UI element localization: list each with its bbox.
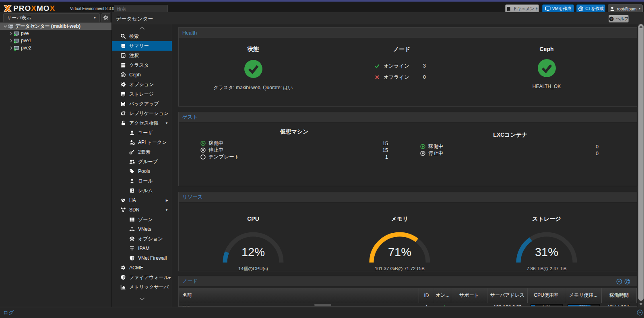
menu-item-acme[interactable]: ACME bbox=[112, 263, 172, 273]
menu-item-label: グループ bbox=[138, 158, 158, 165]
menu-item-label: メトリックサーバ bbox=[129, 284, 169, 291]
menu-item-label: Pools bbox=[138, 168, 150, 174]
tree-settings-button[interactable] bbox=[101, 13, 110, 22]
nodes-panel-tools bbox=[616, 279, 630, 285]
menu-item-options[interactable]: オプション bbox=[112, 80, 172, 89]
menu-item-replication[interactable]: レプリケーション bbox=[112, 109, 172, 118]
shield-icon bbox=[129, 255, 135, 261]
menu-item-label: ACME bbox=[129, 265, 143, 271]
question-mark-icon: ? bbox=[609, 16, 614, 22]
column-header-3[interactable]: サポート bbox=[451, 288, 487, 303]
gear-icon bbox=[103, 15, 109, 21]
menu-item-roles[interactable]: ロール bbox=[112, 176, 172, 186]
tree-item-node-pve[interactable]: pve bbox=[0, 30, 111, 37]
menu-item-sdn-options[interactable]: オプション bbox=[112, 234, 172, 244]
menu-scroll-up-icon[interactable] bbox=[112, 25, 172, 31]
vertical-scrollbar[interactable] bbox=[638, 24, 644, 307]
log-panel: ログ bbox=[0, 307, 644, 318]
view-selector-dropdown[interactable]: サーバ表示▼ bbox=[3, 13, 100, 22]
running-icon bbox=[200, 141, 206, 146]
running-icon bbox=[420, 144, 425, 149]
guest-stat-label: 停止中 bbox=[208, 147, 224, 154]
menu-item-summary[interactable]: サマリー bbox=[112, 41, 172, 51]
status-title: 状態 bbox=[193, 46, 314, 53]
menu-item-users[interactable]: ユーザ bbox=[112, 128, 172, 137]
floppy-icon bbox=[120, 101, 126, 107]
menu-item-label: 注釈 bbox=[129, 52, 139, 59]
menu-item-vnets[interactable]: VNets bbox=[112, 224, 172, 234]
book-icon bbox=[120, 43, 126, 49]
create-vm-button[interactable]: VMを作成 bbox=[542, 4, 574, 13]
horizontal-scrollbar-thumb[interactable] bbox=[314, 304, 331, 306]
menu-item-label: ロール bbox=[138, 178, 153, 185]
menu-item-metric-server[interactable]: メトリックサーバ bbox=[112, 282, 172, 292]
cluster-status-column: 状態 クラスタ: makibi-web, Quorate: はい bbox=[193, 46, 314, 91]
content-header-bar: データセンター ?ヘルプ bbox=[112, 12, 644, 24]
menu-item-realms[interactable]: レルム bbox=[112, 186, 172, 195]
menu-item-api-tokens[interactable]: API トークン bbox=[112, 137, 172, 147]
help-button[interactable]: ?ヘルプ bbox=[609, 15, 629, 23]
nodes-panel: ノード 名前IDオン...サポートサーバアドレスCPU使用率メモリ使用...稼働… bbox=[178, 276, 637, 307]
column-header-7[interactable]: 稼働時間 bbox=[602, 288, 637, 303]
column-header-1[interactable]: ID bbox=[419, 288, 434, 303]
menu-item-search[interactable]: 検索 bbox=[112, 31, 172, 41]
menu-item-cluster[interactable]: クラスタ bbox=[112, 60, 172, 70]
menu-item-firewall[interactable]: ファイアウォール▶ bbox=[112, 273, 172, 282]
column-header-5[interactable]: CPU使用率 bbox=[528, 288, 565, 303]
tree-collapsed-icon[interactable] bbox=[9, 46, 13, 50]
menu-item-label: IPAM bbox=[138, 246, 149, 251]
menu-item-groups[interactable]: グループ bbox=[112, 157, 172, 166]
tree-collapsed-icon[interactable] bbox=[9, 39, 13, 43]
menu-item-zones[interactable]: ゾーン bbox=[112, 215, 172, 224]
scroll-up-arrow-icon[interactable] bbox=[639, 25, 643, 28]
guest-stat-value: 15 bbox=[382, 148, 388, 153]
horizontal-scrollbar[interactable] bbox=[179, 304, 637, 306]
menu-item-ceph[interactable]: Ceph bbox=[112, 70, 172, 80]
menu-item-two-factor[interactable]: 2要素 bbox=[112, 147, 172, 157]
create-ct-button[interactable]: CTを作成 bbox=[576, 4, 605, 13]
guest-stat-label: 停止中 bbox=[428, 150, 444, 157]
acme-icon bbox=[120, 265, 126, 271]
menu-item-vnet-firewall[interactable]: VNet Firewall bbox=[112, 253, 172, 263]
menu-item-notes[interactable]: 注釈 bbox=[112, 51, 172, 60]
menu-item-storage[interactable]: ストレージ bbox=[112, 89, 172, 99]
menu-item-label: ストレージ bbox=[129, 91, 154, 98]
menu-item-ha[interactable]: HA▶ bbox=[112, 195, 172, 205]
sync-icon bbox=[120, 111, 126, 116]
unlock-icon bbox=[120, 120, 126, 126]
log-expand-icon[interactable] bbox=[637, 310, 643, 316]
global-search-input[interactable] bbox=[114, 5, 168, 12]
vertical-scrollbar-thumb[interactable] bbox=[638, 24, 644, 301]
tree-item-node-pve1[interactable]: pve1 bbox=[0, 37, 111, 44]
node-icon bbox=[14, 45, 19, 51]
menu-item-pools[interactable]: Pools bbox=[112, 166, 172, 176]
tree-expanded-icon[interactable] bbox=[4, 25, 7, 28]
documentation-button[interactable]: ドキュメント bbox=[505, 4, 539, 13]
net-icon bbox=[129, 226, 135, 232]
menu-item-ipam[interactable]: IPAM bbox=[112, 244, 172, 253]
gauge-title-cpu: CPU bbox=[247, 215, 259, 222]
column-header-4[interactable]: サーバアドレス bbox=[487, 288, 528, 303]
stopped-icon bbox=[200, 148, 206, 153]
key-icon bbox=[129, 149, 135, 155]
menu-item-label: VNets bbox=[138, 226, 151, 232]
menu-item-sdn[interactable]: SDN▼ bbox=[112, 205, 172, 215]
tree-item-datacenter[interactable]: データセンター (makibi-web) bbox=[0, 23, 111, 30]
chevron-down-icon: ▼ bbox=[165, 121, 168, 125]
log-panel-title: ログ bbox=[3, 309, 14, 316]
scroll-down-arrow-icon[interactable] bbox=[639, 303, 643, 306]
menu-scroll-down-icon[interactable] bbox=[112, 295, 172, 302]
menu-item-permissions[interactable]: アクセス権限▼ bbox=[112, 118, 172, 128]
column-header-0[interactable]: 名前 bbox=[179, 288, 419, 303]
menu-item-backup[interactable]: バックアップ bbox=[112, 99, 172, 109]
chevron-down-icon: ▼ bbox=[165, 208, 168, 212]
menu-item-label: HA bbox=[129, 197, 136, 203]
user-menu-button[interactable]: root@pam▼ bbox=[608, 4, 643, 13]
tree-collapsed-icon[interactable] bbox=[9, 32, 13, 35]
collapse-all-icon bbox=[616, 279, 622, 285]
users-icon bbox=[129, 159, 135, 164]
column-header-2[interactable]: オン... bbox=[434, 288, 451, 303]
column-header-6[interactable]: メモリ使用... bbox=[565, 288, 602, 303]
tree-item-node-pve2[interactable]: pve2 bbox=[0, 44, 111, 51]
menu-item-label: クラスタ bbox=[129, 62, 149, 69]
